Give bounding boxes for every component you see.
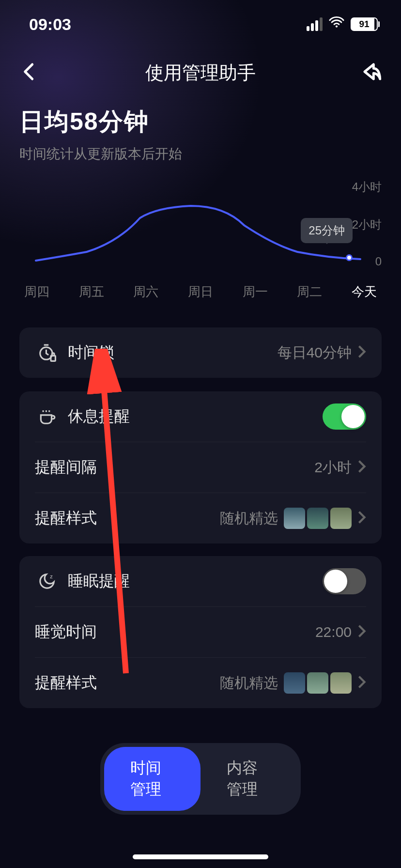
timelock-row[interactable]: 时间锁 每日40分钟: [19, 327, 382, 378]
nav-bar: 使用管理助手: [0, 48, 401, 97]
chart-xaxis: 周四 周五 周六 周日 周一 周二 今天: [19, 283, 382, 300]
rest-style-thumbs: [284, 508, 352, 529]
cellular-signal-icon: [307, 17, 323, 31]
rest-interval-label: 提醒间隔: [35, 457, 97, 478]
summary-title: 日均58分钟: [19, 106, 182, 138]
bottom-tab-bar: 时间管理 内容管理: [100, 743, 301, 815]
timelock-icon: [35, 343, 59, 362]
status-time: 09:03: [29, 15, 71, 34]
sleep-style-row[interactable]: 提醒样式 随机精选: [19, 658, 382, 708]
rest-interval-row[interactable]: 提醒间隔 2小时: [19, 442, 382, 493]
rest-interval-value: 2小时: [314, 458, 352, 478]
chart-active-dot: [346, 254, 353, 261]
sleep-card: z 睡眠提醒 睡觉时间 22:00 提醒样式 随机精选: [19, 556, 382, 708]
wifi-icon: [328, 14, 345, 34]
status-right: 91: [307, 14, 380, 34]
chevron-right-icon: [357, 624, 366, 640]
summary: 日均58分钟 时间统计从更新版本后开始: [19, 106, 182, 163]
timelock-value: 每日40分钟: [278, 343, 352, 363]
chart-tooltip: 25分钟: [301, 218, 353, 243]
xaxis-day-2[interactable]: 周六: [133, 283, 158, 300]
rest-style-row[interactable]: 提醒样式 随机精选: [19, 493, 382, 543]
chevron-right-icon: [357, 345, 366, 360]
home-indicator[interactable]: [133, 854, 268, 859]
sleep-time-value: 22:00: [315, 624, 352, 640]
svg-rect-2: [51, 356, 56, 361]
sleep-row: z 睡眠提醒: [19, 556, 382, 606]
rest-card: 休息提醒 提醒间隔 2小时 提醒样式 随机精选: [19, 391, 382, 543]
timelock-card: 时间锁 每日40分钟: [19, 327, 382, 378]
sleep-time-row[interactable]: 睡觉时间 22:00: [19, 607, 382, 657]
coffee-icon: [35, 407, 59, 426]
sleep-style-label: 提醒样式: [35, 672, 97, 694]
y-tick-4h: 4小时: [352, 179, 382, 195]
moon-icon: z: [35, 572, 59, 590]
timelock-label: 时间锁: [68, 342, 114, 363]
battery-percent: 91: [359, 19, 369, 30]
sleep-time-label: 睡觉时间: [35, 621, 97, 643]
share-button[interactable]: [362, 62, 382, 83]
rest-toggle[interactable]: [323, 403, 366, 430]
page-title: 使用管理助手: [145, 61, 256, 85]
svg-text:z: z: [50, 574, 53, 579]
chevron-right-icon: [357, 675, 366, 691]
tab-time-management[interactable]: 时间管理: [104, 747, 200, 811]
sleep-toggle[interactable]: [323, 568, 366, 594]
rest-row: 休息提醒: [19, 391, 382, 442]
chevron-right-icon: [357, 460, 366, 475]
xaxis-day-1[interactable]: 周五: [79, 283, 104, 300]
y-tick-2h: 2小时: [352, 217, 382, 232]
xaxis-day-0[interactable]: 周四: [24, 283, 49, 300]
sleep-label: 睡眠提醒: [68, 571, 130, 592]
rest-label: 休息提醒: [68, 406, 130, 427]
xaxis-day-3[interactable]: 周日: [188, 283, 213, 300]
y-tick-0: 0: [375, 255, 382, 268]
sleep-style-value: 随机精选: [220, 673, 278, 693]
svg-point-0: [336, 25, 338, 27]
xaxis-day-6[interactable]: 今天: [352, 283, 377, 300]
usage-chart: 4小时 2小时 0 25分钟 周四 周五 周六 周日 周一 周二 今天: [19, 179, 382, 300]
back-button[interactable]: [19, 62, 39, 83]
xaxis-day-4[interactable]: 周一: [243, 283, 268, 300]
tab-content-management[interactable]: 内容管理: [200, 747, 297, 811]
rest-style-label: 提醒样式: [35, 508, 97, 529]
battery-icon: 91: [351, 17, 380, 31]
summary-subtitle: 时间统计从更新版本后开始: [19, 145, 182, 163]
sleep-style-thumbs: [284, 672, 352, 694]
xaxis-day-5[interactable]: 周二: [297, 283, 322, 300]
rest-style-value: 随机精选: [220, 509, 278, 528]
status-bar: 09:03 91: [0, 0, 401, 48]
chevron-right-icon: [357, 511, 366, 526]
